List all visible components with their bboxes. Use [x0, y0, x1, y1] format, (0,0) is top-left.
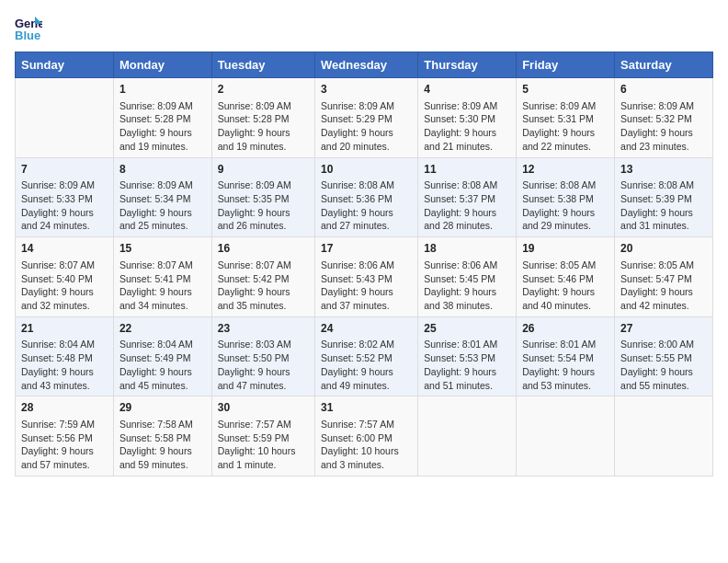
day-number: 12	[522, 162, 609, 178]
day-number: 28	[21, 400, 108, 416]
day-number: 4	[424, 82, 510, 98]
week-row-5: 28Sunrise: 7:59 AM Sunset: 5:56 PM Dayli…	[16, 396, 713, 477]
calendar-cell: 24Sunrise: 8:02 AM Sunset: 5:52 PM Dayli…	[315, 316, 418, 396]
day-number: 27	[620, 321, 707, 337]
cell-content: Sunrise: 8:07 AM Sunset: 5:41 PM Dayligh…	[119, 259, 206, 313]
calendar-cell: 30Sunrise: 7:57 AM Sunset: 5:59 PM Dayli…	[211, 396, 314, 477]
page-header: General Blue	[15, 15, 713, 42]
day-number: 9	[218, 162, 309, 178]
day-number: 10	[321, 162, 412, 178]
cell-content: Sunrise: 8:08 AM Sunset: 5:36 PM Dayligh…	[321, 178, 412, 233]
header-row: SundayMondayTuesdayWednesdayThursdayFrid…	[16, 52, 713, 78]
cell-content: Sunrise: 8:08 AM Sunset: 5:37 PM Dayligh…	[424, 178, 510, 233]
calendar-cell: 2Sunrise: 8:09 AM Sunset: 5:28 PM Daylig…	[211, 78, 314, 158]
calendar-cell	[16, 78, 114, 158]
header-cell-friday: Friday	[517, 52, 615, 78]
day-number: 20	[620, 241, 707, 257]
week-row-4: 21Sunrise: 8:04 AM Sunset: 5:48 PM Dayli…	[16, 316, 713, 396]
cell-content: Sunrise: 8:02 AM Sunset: 5:52 PM Dayligh…	[321, 338, 412, 392]
cell-content: Sunrise: 8:06 AM Sunset: 5:43 PM Dayligh…	[321, 259, 412, 313]
header-cell-wednesday: Wednesday	[315, 52, 418, 78]
cell-content: Sunrise: 8:09 AM Sunset: 5:32 PM Dayligh…	[620, 99, 707, 154]
cell-content: Sunrise: 7:59 AM Sunset: 5:56 PM Dayligh…	[21, 418, 108, 472]
calendar-cell: 31Sunrise: 7:57 AM Sunset: 6:00 PM Dayli…	[315, 396, 418, 477]
calendar-cell: 28Sunrise: 7:59 AM Sunset: 5:56 PM Dayli…	[16, 396, 114, 477]
day-number: 7	[21, 162, 108, 178]
day-number: 19	[522, 241, 609, 257]
day-number: 6	[620, 82, 707, 98]
calendar-cell: 10Sunrise: 8:08 AM Sunset: 5:36 PM Dayli…	[315, 157, 418, 237]
calendar-table: SundayMondayTuesdayWednesdayThursdayFrid…	[15, 52, 713, 477]
day-number: 23	[218, 321, 309, 337]
day-number: 17	[321, 241, 412, 257]
cell-content: Sunrise: 8:01 AM Sunset: 5:53 PM Dayligh…	[424, 338, 510, 392]
calendar-body: 1Sunrise: 8:09 AM Sunset: 5:28 PM Daylig…	[16, 78, 713, 477]
calendar-cell: 8Sunrise: 8:09 AM Sunset: 5:34 PM Daylig…	[113, 157, 211, 237]
day-number: 25	[424, 321, 510, 337]
calendar-cell: 29Sunrise: 7:58 AM Sunset: 5:58 PM Dayli…	[113, 396, 211, 477]
cell-content: Sunrise: 8:08 AM Sunset: 5:38 PM Dayligh…	[522, 178, 609, 233]
day-number: 30	[218, 400, 309, 416]
calendar-cell: 17Sunrise: 8:06 AM Sunset: 5:43 PM Dayli…	[315, 237, 418, 317]
day-number: 18	[424, 241, 510, 257]
cell-content: Sunrise: 8:07 AM Sunset: 5:42 PM Dayligh…	[218, 259, 309, 313]
cell-content: Sunrise: 8:00 AM Sunset: 5:55 PM Dayligh…	[620, 338, 707, 392]
cell-content: Sunrise: 8:09 AM Sunset: 5:34 PM Dayligh…	[119, 178, 206, 233]
cell-content: Sunrise: 8:04 AM Sunset: 5:48 PM Dayligh…	[21, 338, 108, 392]
day-number: 2	[218, 82, 309, 98]
calendar-cell	[418, 396, 517, 477]
day-number: 21	[21, 321, 108, 337]
cell-content: Sunrise: 8:03 AM Sunset: 5:50 PM Dayligh…	[218, 338, 309, 392]
cell-content: Sunrise: 8:09 AM Sunset: 5:29 PM Dayligh…	[321, 99, 412, 154]
cell-content: Sunrise: 8:06 AM Sunset: 5:45 PM Dayligh…	[424, 259, 510, 313]
week-row-3: 14Sunrise: 8:07 AM Sunset: 5:40 PM Dayli…	[16, 237, 713, 317]
cell-content: Sunrise: 7:57 AM Sunset: 5:59 PM Dayligh…	[218, 418, 309, 472]
logo-icon: General Blue	[15, 15, 42, 42]
header-cell-saturday: Saturday	[615, 52, 713, 78]
week-row-1: 1Sunrise: 8:09 AM Sunset: 5:28 PM Daylig…	[16, 78, 713, 158]
calendar-cell: 15Sunrise: 8:07 AM Sunset: 5:41 PM Dayli…	[113, 237, 211, 317]
cell-content: Sunrise: 8:07 AM Sunset: 5:40 PM Dayligh…	[21, 259, 108, 313]
calendar-cell: 4Sunrise: 8:09 AM Sunset: 5:30 PM Daylig…	[418, 78, 517, 158]
calendar-cell: 12Sunrise: 8:08 AM Sunset: 5:38 PM Dayli…	[517, 157, 615, 237]
cell-content: Sunrise: 8:01 AM Sunset: 5:54 PM Dayligh…	[522, 338, 609, 392]
header-cell-monday: Monday	[113, 52, 211, 78]
calendar-cell: 27Sunrise: 8:00 AM Sunset: 5:55 PM Dayli…	[615, 316, 713, 396]
day-number: 16	[218, 241, 309, 257]
calendar-cell: 11Sunrise: 8:08 AM Sunset: 5:37 PM Dayli…	[418, 157, 517, 237]
calendar-cell: 5Sunrise: 8:09 AM Sunset: 5:31 PM Daylig…	[517, 78, 615, 158]
calendar-cell: 14Sunrise: 8:07 AM Sunset: 5:40 PM Dayli…	[16, 237, 114, 317]
calendar-cell	[517, 396, 615, 477]
cell-content: Sunrise: 8:09 AM Sunset: 5:28 PM Dayligh…	[218, 99, 309, 154]
calendar-cell: 16Sunrise: 8:07 AM Sunset: 5:42 PM Dayli…	[211, 237, 314, 317]
header-cell-tuesday: Tuesday	[211, 52, 314, 78]
day-number: 29	[119, 400, 206, 416]
calendar-cell: 19Sunrise: 8:05 AM Sunset: 5:46 PM Dayli…	[517, 237, 615, 317]
calendar-cell: 23Sunrise: 8:03 AM Sunset: 5:50 PM Dayli…	[211, 316, 314, 396]
cell-content: Sunrise: 8:09 AM Sunset: 5:28 PM Dayligh…	[119, 99, 206, 154]
calendar-cell: 7Sunrise: 8:09 AM Sunset: 5:33 PM Daylig…	[16, 157, 114, 237]
day-number: 26	[522, 321, 609, 337]
day-number: 8	[119, 162, 206, 178]
calendar-cell: 3Sunrise: 8:09 AM Sunset: 5:29 PM Daylig…	[315, 78, 418, 158]
calendar-cell: 18Sunrise: 8:06 AM Sunset: 5:45 PM Dayli…	[418, 237, 517, 317]
cell-content: Sunrise: 8:05 AM Sunset: 5:46 PM Dayligh…	[522, 259, 609, 313]
cell-content: Sunrise: 8:09 AM Sunset: 5:30 PM Dayligh…	[424, 99, 510, 154]
calendar-cell: 9Sunrise: 8:09 AM Sunset: 5:35 PM Daylig…	[211, 157, 314, 237]
calendar-cell: 26Sunrise: 8:01 AM Sunset: 5:54 PM Dayli…	[517, 316, 615, 396]
svg-text:Blue: Blue	[15, 29, 40, 42]
day-number: 1	[119, 82, 206, 98]
cell-content: Sunrise: 8:09 AM Sunset: 5:33 PM Dayligh…	[21, 178, 108, 233]
calendar-cell: 25Sunrise: 8:01 AM Sunset: 5:53 PM Dayli…	[418, 316, 517, 396]
day-number: 11	[424, 162, 510, 178]
calendar-cell: 20Sunrise: 8:05 AM Sunset: 5:47 PM Dayli…	[615, 237, 713, 317]
cell-content: Sunrise: 8:04 AM Sunset: 5:49 PM Dayligh…	[119, 338, 206, 392]
calendar-cell: 21Sunrise: 8:04 AM Sunset: 5:48 PM Dayli…	[16, 316, 114, 396]
calendar-header: SundayMondayTuesdayWednesdayThursdayFrid…	[16, 52, 713, 78]
header-cell-sunday: Sunday	[16, 52, 114, 78]
calendar-cell: 22Sunrise: 8:04 AM Sunset: 5:49 PM Dayli…	[113, 316, 211, 396]
day-number: 24	[321, 321, 412, 337]
cell-content: Sunrise: 7:58 AM Sunset: 5:58 PM Dayligh…	[119, 418, 206, 472]
calendar-cell: 1Sunrise: 8:09 AM Sunset: 5:28 PM Daylig…	[113, 78, 211, 158]
day-number: 22	[119, 321, 206, 337]
